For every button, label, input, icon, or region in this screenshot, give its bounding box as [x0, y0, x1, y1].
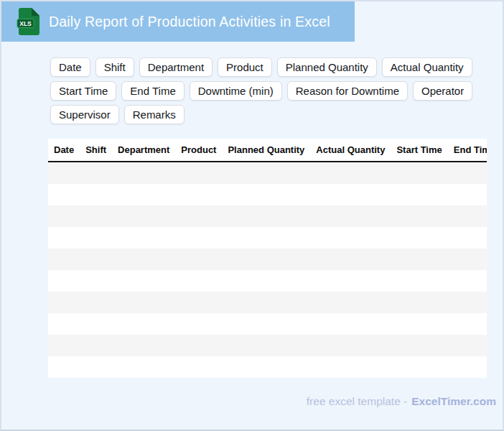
column-chips: DateShiftDepartmentProductPlanned Quanti…: [50, 57, 472, 124]
chip-supervisor[interactable]: Supervisor: [50, 105, 119, 124]
chip-start-time[interactable]: Start Time: [50, 81, 116, 101]
chip-actual-quantity[interactable]: Actual Quantity: [382, 57, 472, 77]
chip-end-time[interactable]: End Time: [121, 81, 184, 101]
column-header-shift: Shift: [80, 139, 112, 162]
column-header-date: Date: [48, 139, 80, 162]
table-row-cell: [48, 249, 487, 270]
table-row-cell: [48, 313, 487, 335]
chip-operator[interactable]: Operator: [413, 81, 472, 101]
title-banner: XLS Daily Report of Production Activitie…: [1, 1, 355, 42]
table-row: [48, 270, 487, 292]
table-row: [48, 313, 487, 335]
chip-remarks[interactable]: Remarks: [124, 105, 185, 124]
column-header-product: Product: [175, 139, 222, 162]
chip-reason-for-downtime[interactable]: Reason for Downtime: [287, 81, 408, 101]
chip-row: Start TimeEnd TimeDowntime (min)Reason f…: [50, 81, 472, 101]
report-table-container: DateShiftDepartmentProductPlanned Quanti…: [48, 139, 487, 378]
column-header-actual-quantity: Actual Quantity: [310, 139, 391, 162]
table-row: [48, 292, 487, 313]
chip-product[interactable]: Product: [218, 57, 272, 77]
column-header-planned-quantity: Planned Quantity: [222, 139, 310, 162]
table-row-cell: [48, 335, 487, 356]
table-body: [48, 162, 487, 378]
footer-brand-link[interactable]: ExcelTimer.com: [411, 395, 496, 407]
page: XLS Daily Report of Production Activitie…: [0, 0, 504, 431]
table-row: [48, 335, 487, 356]
table-row-cell: [48, 205, 487, 227]
table-row: [48, 249, 487, 270]
column-header-end-time: End Time: [448, 139, 487, 162]
column-header-department: Department: [112, 139, 175, 162]
chip-row: DateShiftDepartmentProductPlanned Quanti…: [50, 57, 472, 77]
chip-date[interactable]: Date: [50, 57, 90, 77]
table-row: [48, 205, 487, 227]
table-header-row: DateShiftDepartmentProductPlanned Quanti…: [48, 139, 487, 162]
page-title: Daily Report of Production Activities in…: [49, 14, 330, 30]
column-header-start-time: Start Time: [391, 139, 447, 162]
footer-text: free excel template -: [307, 395, 407, 407]
table-header: DateShiftDepartmentProductPlanned Quanti…: [48, 139, 487, 162]
table-row-cell: [48, 162, 487, 184]
report-table: DateShiftDepartmentProductPlanned Quanti…: [48, 139, 487, 378]
table-row-cell: [48, 292, 487, 313]
table-row-cell: [48, 184, 487, 205]
table-row: [48, 227, 487, 249]
chip-row: SupervisorRemarks: [50, 105, 472, 124]
chip-downtime-min[interactable]: Downtime (min): [190, 81, 282, 101]
xls-icon-label: XLS: [19, 20, 32, 27]
chip-department[interactable]: Department: [139, 57, 213, 77]
table-row: [48, 162, 487, 184]
xls-file-icon: XLS: [16, 7, 40, 36]
table-row-cell: [48, 356, 487, 378]
table-row-cell: [48, 227, 487, 249]
chip-planned-quantity[interactable]: Planned Quantity: [277, 57, 377, 77]
chip-shift[interactable]: Shift: [95, 57, 134, 77]
table-row: [48, 184, 487, 205]
table-row: [48, 356, 487, 378]
footer: free excel template -ExcelTimer.com: [307, 395, 496, 408]
table-row-cell: [48, 270, 487, 292]
